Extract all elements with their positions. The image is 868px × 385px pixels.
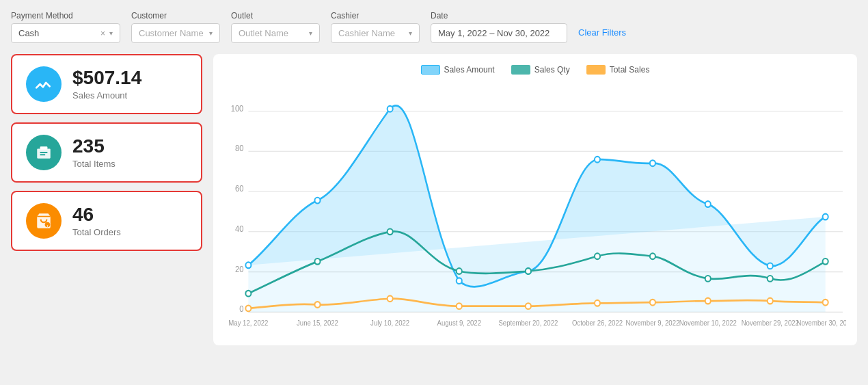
total-orders-label: Total Orders [72, 227, 121, 237]
svg-point-33 [526, 268, 531, 274]
svg-point-44 [595, 300, 600, 306]
svg-point-37 [768, 276, 773, 282]
sales-amount-icon [26, 66, 62, 102]
svg-text:60: 60 [235, 185, 243, 193]
customer-filter: Customer Customer Name ▾ [131, 11, 220, 43]
filter-bar: Payment Method Cash × ▾ Customer Custome… [11, 11, 857, 43]
outlet-label: Outlet [231, 11, 320, 21]
payment-method-clear[interactable]: × [100, 29, 105, 38]
svg-text:0: 0 [239, 305, 243, 313]
sales-amount-label: Sales Amount [72, 90, 141, 101]
legend-sales-qty: Sales Qty [511, 65, 570, 75]
svg-text:November 9, 2022: November 9, 2022 [625, 319, 679, 327]
cashier-filter: Cashier Cashier Name ▾ [331, 11, 420, 43]
total-orders-card: + 46 Total Orders [11, 191, 202, 251]
total-items-icon [26, 135, 62, 170]
svg-text:November 30, 2022: November 30, 2022 [797, 319, 846, 327]
svg-point-32 [457, 268, 462, 274]
svg-point-26 [705, 201, 711, 207]
sales-amount-info: $507.14 Sales Amount [72, 68, 141, 101]
outlet-select[interactable]: Outlet Name ▾ [231, 23, 320, 43]
svg-point-41 [388, 295, 393, 302]
svg-point-35 [650, 253, 655, 259]
svg-rect-0 [37, 149, 51, 159]
total-items-label: Total Items [72, 159, 116, 169]
date-range-input[interactable]: May 1, 2022 – Nov 30, 2022 [431, 23, 567, 43]
date-label: Date [431, 11, 567, 21]
date-range-value: May 1, 2022 – Nov 30, 2022 [438, 28, 550, 38]
total-orders-info: 46 Total Orders [72, 204, 121, 237]
legend-label-sales-amount: Sales Amount [444, 65, 495, 75]
svg-text:July 10, 2022: July 10, 2022 [370, 319, 410, 327]
cashier-placeholder: Cashier Name [338, 28, 405, 38]
customer-placeholder: Customer Name [139, 28, 205, 38]
total-items-value: 235 [72, 136, 116, 157]
svg-text:20: 20 [235, 265, 243, 273]
cashier-arrow: ▾ [409, 29, 412, 37]
svg-point-34 [595, 253, 600, 259]
svg-text:+: + [46, 224, 49, 228]
svg-point-46 [705, 298, 711, 304]
legend-color-blue [421, 65, 440, 75]
outlet-placeholder: Outlet Name [239, 28, 305, 38]
payment-method-label: Payment Method [11, 11, 120, 21]
svg-point-38 [823, 258, 828, 265]
svg-point-21 [388, 106, 393, 112]
customer-arrow: ▾ [209, 29, 213, 37]
total-items-card: 235 Total Items [11, 122, 202, 183]
cashier-label: Cashier [331, 11, 420, 21]
svg-text:100: 100 [231, 104, 244, 112]
svg-rect-1 [40, 146, 48, 149]
chart-container: 0 20 40 60 80 100 [224, 81, 846, 334]
svg-text:80: 80 [235, 144, 243, 152]
customer-label: Customer [131, 11, 220, 21]
chart-panel: Sales Amount Sales Qty Total Sales 0 20 … [213, 54, 857, 345]
svg-text:September 20, 2022: September 20, 2022 [498, 319, 558, 327]
svg-point-30 [314, 258, 320, 265]
svg-point-45 [650, 300, 655, 306]
clear-filters-button[interactable]: Clear Filters [578, 23, 626, 42]
payment-method-filter: Payment Method Cash × ▾ [11, 11, 120, 43]
svg-point-28 [823, 214, 828, 220]
sales-amount-card: $507.14 Sales Amount [11, 54, 202, 114]
svg-text:May 12, 2022: May 12, 2022 [228, 319, 269, 327]
legend-label-sales-qty: Sales Qty [534, 65, 570, 75]
legend-sales-amount: Sales Amount [421, 65, 495, 75]
date-filter: Date May 1, 2022 – Nov 30, 2022 [431, 11, 567, 43]
payment-method-select[interactable]: Cash × ▾ [11, 23, 120, 43]
svg-text:October 26, 2022: October 26, 2022 [572, 319, 623, 327]
total-orders-value: 46 [72, 204, 121, 226]
svg-text:November 29, 2022: November 29, 2022 [742, 319, 800, 327]
svg-point-24 [595, 157, 600, 163]
outlet-filter: Outlet Outlet Name ▾ [231, 11, 320, 43]
svg-point-39 [245, 306, 251, 312]
svg-point-22 [457, 278, 462, 284]
svg-text:June 15, 2022: June 15, 2022 [297, 319, 338, 327]
customer-select[interactable]: Customer Name ▾ [131, 23, 220, 43]
legend-label-total-sales: Total Sales [610, 65, 650, 75]
chart-legend: Sales Amount Sales Qty Total Sales [224, 65, 846, 75]
legend-color-teal [511, 65, 530, 75]
svg-text:November 10, 2022: November 10, 2022 [679, 319, 737, 327]
svg-point-27 [768, 263, 773, 269]
svg-point-31 [388, 228, 393, 235]
svg-point-20 [314, 198, 320, 204]
total-orders-icon: + [26, 203, 62, 239]
stats-panel: $507.14 Sales Amount 235 Total Items [11, 54, 202, 345]
cashier-select[interactable]: Cashier Name ▾ [331, 23, 420, 43]
legend-color-orange [586, 65, 606, 75]
outlet-arrow: ▾ [309, 29, 312, 37]
svg-point-36 [705, 276, 711, 282]
svg-rect-2 [40, 152, 48, 153]
payment-method-arrow: ▾ [109, 29, 113, 37]
svg-point-43 [526, 303, 531, 309]
chart-svg: 0 20 40 60 80 100 [224, 81, 846, 334]
total-items-info: 235 Total Items [72, 136, 116, 169]
svg-point-25 [650, 160, 655, 166]
svg-point-42 [457, 303, 462, 309]
main-content: $507.14 Sales Amount 235 Total Items [11, 54, 857, 345]
svg-point-29 [245, 291, 251, 297]
svg-text:40: 40 [235, 224, 243, 233]
legend-total-sales: Total Sales [586, 65, 650, 75]
svg-point-47 [768, 298, 773, 304]
